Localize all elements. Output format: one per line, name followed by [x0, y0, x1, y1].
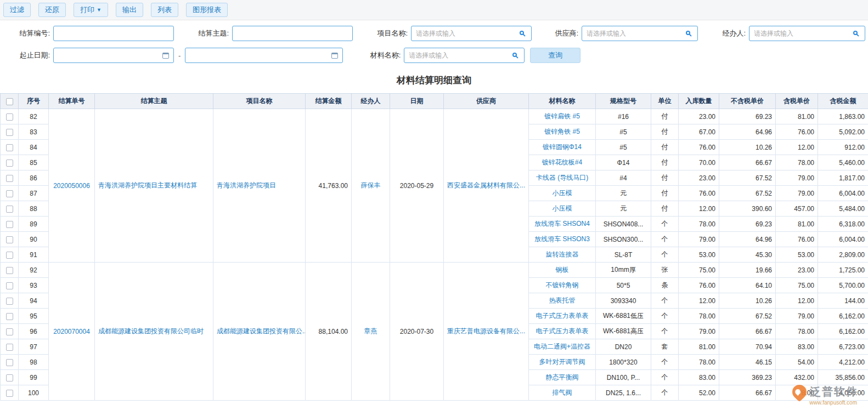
material-name-link[interactable]: 电子式压力表单表 — [529, 324, 596, 339]
material-name-link[interactable]: 热表托管 — [529, 293, 596, 309]
material-name-link[interactable]: 放线滑车 SHSON3 — [529, 232, 596, 247]
material-name-link[interactable]: 放线滑车 SHSON4 — [529, 217, 596, 232]
row-checkbox[interactable] — [6, 236, 13, 243]
settlement-topic-link[interactable]: 青海洪湖养护院项目主要材料结算 — [95, 109, 213, 263]
amount-incl-tax: 35,856.00 — [818, 370, 868, 385]
row-checkbox[interactable] — [6, 298, 13, 305]
spec-model: 50*5 — [596, 278, 651, 293]
column-header-12: 不含税单价 — [719, 94, 776, 109]
material-name-link[interactable]: 电动二通阀+温控器 — [529, 339, 596, 355]
unit-price-incl-tax: 78.00 — [776, 385, 818, 401]
filter-button-label: 过滤 — [10, 5, 24, 15]
list-button[interactable]: 列表 — [151, 3, 178, 17]
restore-button[interactable]: 还原 — [38, 3, 66, 17]
row-checkbox[interactable] — [6, 221, 13, 228]
settlement-no-link[interactable]: 2020070004 — [49, 263, 95, 401]
material-name-link[interactable]: 不镀锌角钢 — [529, 278, 596, 293]
project-input[interactable] — [411, 26, 532, 41]
topic-input[interactable] — [232, 26, 353, 41]
handler-link[interactable]: 薛保丰 — [352, 109, 390, 263]
toolbar: 过滤 还原 打印▼ 输出 列表 图形报表 — [0, 0, 868, 20]
row-number: 95 — [19, 309, 49, 324]
material-name-link[interactable]: 小压模 — [529, 201, 596, 217]
unit-price-incl-tax: 12.00 — [776, 293, 818, 309]
unit-price-incl-tax: 78.00 — [776, 324, 818, 339]
material-name-link[interactable]: 镀锌圆钢Φ14 — [529, 140, 596, 155]
project-name-link[interactable]: 成都能源建设集团投资有限公... — [213, 263, 306, 401]
column-header-1: 结算单号 — [49, 94, 95, 109]
unit-price-excl-tax: 19.66 — [719, 263, 776, 278]
material-name-link[interactable]: 卡线器 (导线马口) — [529, 170, 596, 186]
row-checkbox[interactable] — [6, 328, 13, 335]
row-checkbox[interactable] — [6, 190, 13, 197]
table-row: 922020070004成都能源建设集团投资有限公司临时成都能源建设集团投资有限… — [1, 263, 868, 278]
date-from-input[interactable] — [53, 48, 174, 63]
row-checkbox[interactable] — [6, 175, 13, 182]
row-checkbox[interactable] — [6, 313, 13, 320]
unit-price-excl-tax: 390.60 — [719, 201, 776, 217]
material-input[interactable] — [404, 48, 525, 63]
material-name-link[interactable]: 旋转连接器 — [529, 247, 596, 263]
export-button[interactable]: 输出 — [116, 3, 143, 17]
project-name-link[interactable]: 青海洪湖养护院项目 — [213, 109, 306, 263]
spec-model: SHSON300... — [596, 232, 651, 247]
material-name-link[interactable]: 小压模 — [529, 186, 596, 201]
project-filter: 项目名称: — [369, 26, 532, 41]
filter-button[interactable]: 过滤 — [3, 3, 31, 17]
row-checkbox[interactable] — [6, 144, 13, 151]
print-button[interactable]: 打印▼ — [74, 3, 108, 17]
settlement-no-link[interactable]: 2020050006 — [49, 109, 95, 263]
query-button[interactable]: 查询 — [530, 48, 580, 63]
row-checkbox[interactable] — [6, 252, 13, 259]
row-checkbox[interactable] — [6, 206, 13, 213]
unit: 个 — [651, 309, 679, 324]
amount-incl-tax: 144.00 — [818, 293, 868, 309]
material-name-link[interactable]: 静态平衡阀 — [529, 370, 596, 385]
row-checkbox[interactable] — [6, 390, 13, 397]
material-name-link[interactable]: 钢板 — [529, 263, 596, 278]
row-checkbox[interactable] — [6, 267, 13, 274]
inbound-quantity: 79.00 — [679, 324, 719, 339]
row-checkbox[interactable] — [6, 160, 13, 167]
page-title: 材料结算明细查询 — [0, 70, 868, 93]
row-checkbox[interactable] — [6, 359, 13, 366]
search-icon[interactable] — [853, 31, 858, 35]
chart-report-button[interactable]: 图形报表 — [186, 3, 228, 17]
settlement-no-input[interactable] — [53, 26, 174, 41]
search-icon[interactable] — [520, 31, 524, 35]
date-to-input[interactable] — [185, 48, 343, 63]
spec-model: #5 — [596, 140, 651, 155]
amount-incl-tax: 912.00 — [818, 140, 868, 155]
spec-model: SL-8T — [596, 247, 651, 263]
unit-price-excl-tax: 70.94 — [719, 339, 776, 355]
material-name-link[interactable]: 镀锌角铁 #5 — [529, 124, 596, 140]
row-checkbox[interactable] — [6, 129, 13, 136]
search-icon[interactable] — [686, 31, 690, 35]
material-name-link[interactable]: 电子式压力表单表 — [529, 309, 596, 324]
column-header-11: 入库数量 — [679, 94, 719, 109]
material-name-link[interactable]: 镀锌花纹板#4 — [529, 155, 596, 170]
supplier-link[interactable]: 西安盛器金属材料有限公... — [444, 109, 529, 263]
filter-row-2: 起止日期: - 材料名称: 查询 — [0, 44, 868, 66]
handler-input[interactable] — [749, 26, 865, 41]
handler-link[interactable]: 章燕 — [352, 263, 390, 401]
row-checkbox[interactable] — [6, 282, 13, 289]
settlement-topic-link[interactable]: 成都能源建设集团投资有限公司临时 — [95, 263, 213, 401]
row-checkbox[interactable] — [6, 113, 13, 121]
supplier-input[interactable] — [582, 26, 698, 41]
column-header-13: 含税单价 — [776, 94, 818, 109]
spec-model: DN100, P... — [596, 370, 651, 385]
supplier-link[interactable]: 重庆艺普电源设备有限公... — [444, 263, 529, 401]
select-all-checkbox[interactable] — [6, 98, 13, 105]
row-checkbox[interactable] — [6, 344, 13, 351]
row-checkbox[interactable] — [6, 374, 13, 381]
spec-model: #4 — [596, 170, 651, 186]
material-name-link[interactable]: 镀锌扁铁 #5 — [529, 109, 596, 124]
unit-price-excl-tax: 10.26 — [719, 293, 776, 309]
unit-price-incl-tax: 23.00 — [776, 263, 818, 278]
material-name-link[interactable]: 多叶对开调节阀 — [529, 355, 596, 370]
calendar-icon[interactable] — [162, 53, 169, 59]
material-name-link[interactable]: 排气阀 — [529, 385, 596, 401]
search-icon[interactable] — [512, 53, 517, 57]
calendar-icon[interactable] — [331, 53, 338, 59]
